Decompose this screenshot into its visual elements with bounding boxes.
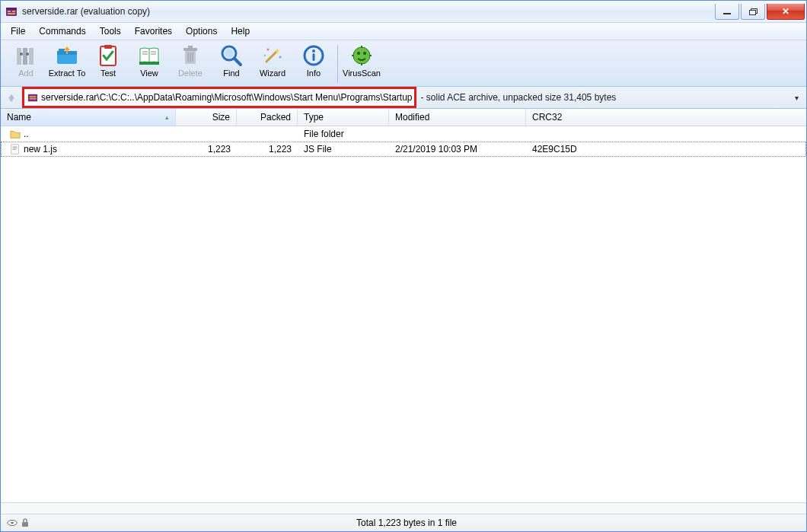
svg-point-39	[363, 52, 366, 55]
svg-rect-1	[6, 8, 17, 10]
find-button[interactable]: Find	[211, 42, 252, 86]
list-item[interactable]: .. File folder	[1, 126, 806, 142]
svg-point-31	[279, 56, 282, 59]
lock-status-icon	[21, 518, 30, 527]
svg-line-28	[234, 59, 241, 65]
svg-point-52	[11, 522, 14, 524]
add-button[interactable]: Add	[5, 42, 46, 86]
extract-to-button[interactable]: Extract To	[46, 42, 88, 86]
virus-scan-button[interactable]: VirusScan	[341, 42, 382, 86]
menu-help[interactable]: Help	[224, 23, 257, 40]
winrar-window: serverside.rar (evaluation copy) ✕ File …	[0, 0, 807, 532]
toolbar-separator	[337, 45, 338, 83]
svg-point-8	[20, 53, 23, 56]
view-book-icon	[137, 43, 161, 68]
column-header-packed[interactable]: Packed	[237, 109, 298, 126]
maximize-button[interactable]	[741, 4, 765, 20]
winrar-app-icon	[5, 5, 18, 18]
rar-archive-icon	[27, 92, 38, 103]
extract-to-label: Extract To	[49, 68, 86, 78]
info-icon	[301, 43, 326, 68]
menubar: File Commands Tools Favorites Options He…	[1, 23, 806, 40]
window-controls: ✕	[713, 4, 805, 19]
svg-point-30	[267, 49, 270, 51]
virus-scan-label: VirusScan	[343, 68, 381, 78]
delete-label: Delete	[178, 68, 203, 78]
svg-point-9	[26, 53, 29, 56]
svg-rect-35	[313, 53, 315, 61]
titlebar: serverside.rar (evaluation copy) ✕	[1, 1, 806, 23]
file-name: ..	[24, 129, 29, 139]
svg-rect-22	[188, 46, 193, 48]
file-crc: 42E9C15D	[526, 144, 806, 155]
svg-rect-5	[17, 48, 21, 65]
svg-rect-2	[8, 11, 11, 12]
svg-line-29	[266, 51, 277, 62]
status-text: Total 1,223 bytes in 1 file	[43, 518, 770, 528]
test-clipboard-icon	[96, 43, 120, 68]
column-header-name-label: Name	[7, 112, 31, 123]
toolbar: Add Extract To Test	[1, 40, 806, 87]
archive-info-text: - solid ACE archive, unpacked size 31,40…	[421, 92, 617, 103]
svg-point-38	[357, 52, 360, 55]
test-button[interactable]: Test	[88, 42, 129, 86]
svg-point-27	[225, 49, 234, 58]
menu-commands[interactable]: Commands	[32, 23, 92, 40]
svg-rect-21	[183, 48, 197, 51]
svg-rect-50	[13, 149, 16, 150]
address-row: serverside.rar\C:\C:C:..\AppData\Roaming…	[1, 87, 806, 109]
column-header-size[interactable]: Size	[176, 109, 237, 126]
address-dropdown[interactable]: ▾	[792, 94, 802, 102]
lower-panel	[1, 503, 806, 514]
menu-file[interactable]: File	[4, 23, 32, 40]
add-label: Add	[18, 68, 33, 78]
svg-point-34	[312, 49, 315, 53]
minimize-button[interactable]	[715, 4, 739, 20]
svg-rect-3	[12, 11, 15, 12]
wizard-label: Wizard	[260, 68, 285, 78]
svg-rect-53	[22, 522, 28, 527]
svg-rect-46	[30, 98, 37, 100]
file-modified: 2/21/2019 10:03 PM	[389, 144, 526, 155]
svg-point-32	[264, 55, 266, 56]
js-file-icon	[10, 144, 21, 155]
menu-options[interactable]: Options	[179, 23, 224, 40]
column-header-crc[interactable]: CRC32	[526, 109, 806, 126]
delete-button[interactable]: Delete	[170, 42, 211, 86]
test-label: Test	[100, 68, 116, 78]
virus-scan-icon	[349, 43, 374, 68]
column-header-modified[interactable]: Modified	[389, 109, 526, 126]
column-header-type[interactable]: Type	[298, 109, 389, 126]
books-add-icon	[14, 43, 38, 68]
view-button[interactable]: View	[129, 42, 170, 86]
disk-status-icon	[7, 519, 18, 527]
window-title: serverside.rar (evaluation copy)	[22, 6, 713, 17]
wand-wizard-icon	[260, 43, 285, 68]
svg-rect-13	[104, 45, 112, 49]
view-label: View	[140, 68, 158, 78]
find-label: Find	[223, 68, 239, 78]
svg-rect-45	[30, 96, 37, 97]
address-path[interactable]: serverside.rar\C:\C:C:..\AppData\Roaming…	[41, 92, 413, 103]
list-item[interactable]: new 1.js 1,223 1,223 JS File 2/21/2019 1…	[1, 142, 806, 157]
address-highlight-box: serverside.rar\C:\C:C:..\AppData\Roaming…	[22, 87, 416, 108]
file-size: 1,223	[176, 144, 237, 155]
svg-rect-19	[139, 62, 159, 65]
menu-tools[interactable]: Tools	[93, 23, 128, 40]
svg-rect-44	[28, 94, 37, 102]
extract-folder-icon	[55, 43, 79, 68]
column-header-name[interactable]: Name ▴	[1, 109, 176, 126]
svg-rect-4	[8, 13, 15, 14]
file-list[interactable]: .. File folder new 1.js 1,223 1,223 JS F…	[1, 126, 806, 503]
close-button[interactable]: ✕	[767, 4, 805, 20]
column-headers: Name ▴ Size Packed Type Modified CRC32	[1, 109, 806, 126]
svg-rect-6	[23, 48, 27, 65]
wizard-button[interactable]: Wizard	[252, 42, 293, 86]
svg-rect-7	[29, 48, 33, 65]
info-label: Info	[307, 68, 321, 78]
file-name: new 1.js	[24, 144, 57, 155]
info-button[interactable]: Info	[293, 42, 334, 86]
up-one-level-button[interactable]	[5, 91, 18, 104]
trash-delete-icon	[178, 43, 203, 68]
menu-favorites[interactable]: Favorites	[128, 23, 179, 40]
